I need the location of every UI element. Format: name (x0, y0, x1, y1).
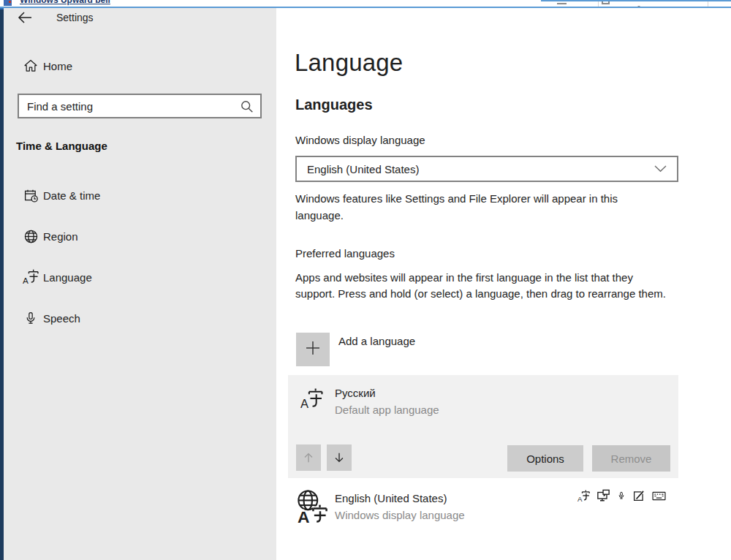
home-icon (22, 57, 39, 75)
settings-sidebar: Settings Home Time & Language Date & (4, 8, 276, 560)
sidebar-item-label: Region (43, 230, 78, 243)
window-top-border (0, 7, 731, 8)
back-arrow-icon[interactable] (18, 11, 34, 27)
sidebar-item-home[interactable]: Home (4, 50, 276, 82)
sidebar-item-speech[interactable]: Speech (4, 302, 276, 334)
display-language-dropdown[interactable]: English (United States) (295, 156, 678, 182)
preferred-languages-heading: Preferred languages (295, 247, 395, 260)
display-language-label: Windows display language (295, 134, 425, 146)
remove-button[interactable]: Remove (592, 445, 670, 472)
preferred-languages-description: Apps and websites will appear in the fir… (295, 270, 673, 302)
handwriting-icon (632, 490, 645, 502)
sidebar-item-date-time[interactable]: Date & time (4, 179, 276, 211)
languages-heading: Languages (295, 97, 373, 113)
language-icon: A (22, 268, 39, 286)
display-language-icon (596, 489, 610, 502)
language-item-english[interactable]: A English (United States) Windows displa… (288, 485, 678, 534)
page-title: Language (295, 49, 403, 77)
sidebar-item-language[interactable]: A Language (4, 261, 276, 293)
svg-text:A: A (300, 397, 308, 411)
display-language-value: English (United States) (307, 163, 419, 175)
add-language-label: Add a language (338, 335, 415, 347)
add-language-button[interactable] (296, 333, 330, 366)
language-icon: A (300, 387, 323, 415)
search-input[interactable] (19, 95, 260, 117)
language-item-russian[interactable]: A Русский Default app language Options R… (288, 375, 678, 478)
display-language-note: Windows features like Settings and File … (295, 190, 655, 224)
app-title: Settings (56, 12, 94, 23)
search-box (18, 94, 262, 118)
chevron-down-icon (654, 162, 667, 175)
sidebar-item-label: Home (43, 60, 72, 72)
window-top-border (541, 0, 731, 1)
language-subtitle: Default app language (335, 404, 439, 416)
svg-text:A: A (298, 507, 310, 525)
language-feature-icons: A (577, 489, 666, 502)
language-subtitle: Windows display language (335, 509, 465, 521)
sidebar-item-label: Date & time (43, 189, 100, 202)
search-icon[interactable] (240, 100, 254, 116)
display-language-globe-icon: A (297, 488, 327, 528)
calendar-clock-icon (22, 186, 39, 204)
sidebar-item-label: Language (43, 271, 92, 284)
language-name: Русский (335, 387, 376, 399)
keyboard-icon (652, 491, 666, 502)
sidebar-item-label: Speech (43, 312, 80, 325)
background-tab-favicon-icon (4, 0, 12, 6)
speech-icon (617, 489, 626, 502)
sidebar-section-title: Time & Language (16, 140, 107, 152)
language-settings-page: Language Languages Windows display langu… (276, 8, 731, 560)
language-name: English (United States) (335, 492, 447, 504)
background-tab-title: Windows Upward bell (20, 0, 110, 5)
globe-icon (22, 227, 39, 245)
background-window-edge (0, 0, 4, 560)
microphone-icon (22, 309, 39, 327)
language-pack-icon: A (577, 490, 590, 502)
options-button[interactable]: Options (507, 445, 583, 472)
minimize-icon[interactable] (557, 3, 567, 4)
plus-icon (304, 339, 322, 360)
sidebar-item-region[interactable]: Region (4, 220, 276, 252)
svg-text:A: A (23, 276, 29, 285)
close-icon[interactable] (635, 1, 643, 7)
move-down-button[interactable] (327, 444, 352, 471)
svg-text:A: A (577, 494, 583, 502)
move-up-button[interactable] (296, 444, 321, 471)
settings-window: Windows Upward bell Settings Home Tim (0, 0, 731, 560)
